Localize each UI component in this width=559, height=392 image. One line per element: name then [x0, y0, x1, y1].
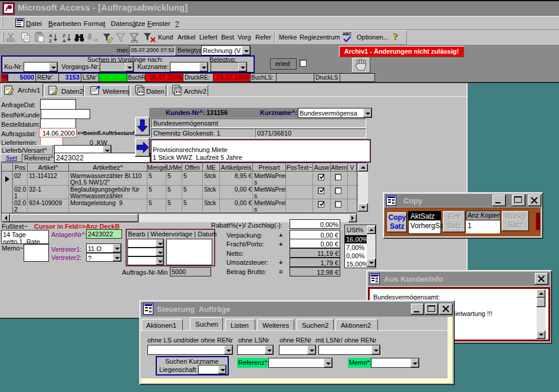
svg-text:A: A — [63, 38, 66, 44]
svg-text:Z: Z — [63, 33, 65, 38]
svg-text:Z: Z — [49, 38, 52, 44]
svg-text:A: A — [49, 33, 52, 38]
